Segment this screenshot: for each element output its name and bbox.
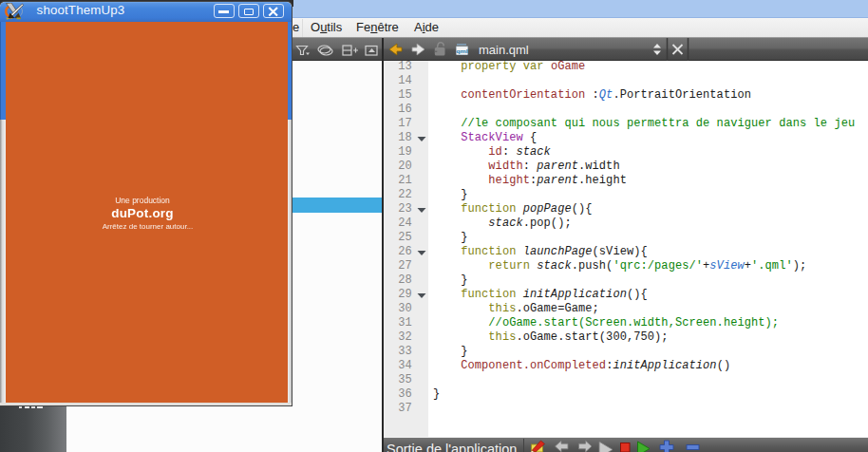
svg-text:qml: qml xyxy=(456,47,468,54)
